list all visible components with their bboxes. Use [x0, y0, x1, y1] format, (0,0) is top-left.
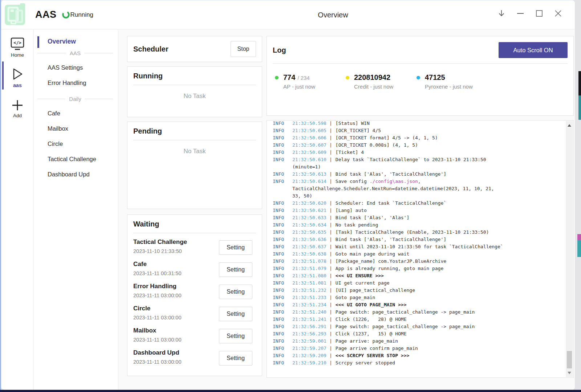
- stat-value: 220810942: [354, 73, 390, 82]
- sidebar-item-aas-settings[interactable]: AAS Settings: [34, 61, 118, 76]
- sidebar-item-mailbox[interactable]: Mailbox: [34, 122, 118, 137]
- log-timestamp: 21:32:51.240: [292, 309, 326, 316]
- stat-pyroxene: 47125Pyroxene - just now: [417, 73, 487, 90]
- auto-scroll-toggle-button[interactable]: Auto Scroll ON: [499, 42, 568, 58]
- nav-item-aas[interactable]: aas: [1, 61, 34, 90]
- arrow-down-icon: [497, 9, 506, 18]
- log-text: [OCR_TICKET 0.008s] (4, 1, 5): [336, 142, 418, 148]
- sidebar-item-cafe[interactable]: Cafe: [34, 106, 118, 122]
- log-text: UI get current page: [336, 280, 390, 286]
- active-indicator: [37, 36, 39, 48]
- log-message: Goto main page during wait: [336, 251, 410, 257]
- log-separator: |: [326, 157, 336, 162]
- task-setting-button-mailbox[interactable]: Setting: [219, 329, 252, 343]
- log-console: INFO21:32:50.598|[Status] WININFO21:32:5…: [267, 120, 574, 378]
- log-line: INFO21:32:50.621|[Lang] auto: [273, 207, 562, 214]
- sidebar-item-overview[interactable]: Overview: [37, 38, 118, 45]
- log-separator: |: [326, 331, 336, 336]
- log-timestamp: 21:32:50.610: [292, 156, 326, 163]
- log-line: INFO21:32:50.607|[OCR_TICKET 0.008s] (4,…: [273, 142, 562, 149]
- stat-caption: Credit - just now: [354, 83, 393, 90]
- log-timestamp: 21:32:56.293: [292, 330, 326, 338]
- stat-value: 47125: [425, 73, 445, 82]
- log-level: INFO: [273, 171, 292, 178]
- scheduler-card: Scheduler Stop: [127, 36, 262, 62]
- log-level: INFO: [273, 301, 292, 309]
- log-message: <<< UI GOTO PAGE_MAIN >>>: [336, 302, 407, 307]
- maximize-button[interactable]: [530, 5, 549, 21]
- divider-line: [37, 99, 65, 99]
- log-separator: |: [326, 215, 336, 220]
- scrollbar-down-button[interactable]: [566, 369, 573, 376]
- stat-ap: 774/ 234AP - just now: [275, 73, 346, 90]
- log-level: INFO: [273, 134, 292, 142]
- log-text: <<< SCRCPY SERVER STOP >>>: [336, 353, 410, 358]
- log-timestamp: 21:32:50.635: [292, 229, 326, 236]
- window-title: Overview: [318, 11, 348, 19]
- log-separator: |: [326, 346, 336, 351]
- log-level: INFO: [273, 120, 292, 127]
- log-timestamp: 21:32:50.634: [292, 221, 326, 229]
- log-timestamp: 21:32:51.081: [292, 279, 326, 287]
- log-line: INFO21:32:51.241|Click (1226, 28) @ HOME: [273, 316, 562, 323]
- log-separator: |: [326, 135, 336, 140]
- log-timestamp: 21:32:50.636: [292, 236, 326, 243]
- sidebar-item-circle[interactable]: Circle: [34, 137, 118, 152]
- log-message: [OCR_TICKET format] 4/5 -> (4, 1, 5): [336, 135, 438, 140]
- hide-to-tray-button[interactable]: [492, 5, 511, 21]
- nav-item-home[interactable]: </> Home: [1, 30, 34, 58]
- minimize-button[interactable]: [511, 5, 530, 21]
- log-level: INFO: [273, 258, 292, 265]
- log-separator: |: [326, 353, 336, 358]
- triangle-up-icon: [568, 124, 571, 127]
- log-scrollbar[interactable]: [566, 121, 573, 377]
- waiting-card: Waiting Tactical Challenge2023-11-10 21:…: [127, 215, 262, 376]
- log-message: Page arrive: page_main: [336, 338, 398, 344]
- sidebar-item-tactical-challenge[interactable]: Tactical Challenge: [34, 152, 118, 167]
- waiting-task-name: Mailbox: [133, 327, 182, 334]
- log-timestamp: 21:32:51.233: [292, 294, 326, 301]
- log-message: Page switch: page_tactical_challenge -> …: [336, 324, 475, 329]
- log-level: INFO: [273, 156, 292, 163]
- log-line: INFO21:32:50.638|Goto main page during w…: [273, 250, 562, 258]
- scheduler-stop-button[interactable]: Stop: [231, 41, 256, 57]
- log-text: Click (1226, 28) @ HOME: [336, 317, 407, 322]
- log-timestamp: 21:32:50.598: [292, 120, 326, 127]
- log-timestamp: 21:32:51.234: [292, 301, 326, 309]
- log-message: Page switch: page_tactical_challenge -> …: [336, 309, 475, 315]
- log-separator: |: [326, 273, 336, 278]
- stat-value-line: 774/ 234: [283, 73, 315, 82]
- task-setting-button-cafe[interactable]: Setting: [219, 262, 252, 277]
- home-code-monitor-icon: </>: [10, 37, 25, 51]
- divider: [133, 140, 256, 140]
- run-status: Running: [62, 11, 93, 19]
- log-timestamp: 21:32:50.605: [292, 127, 326, 134]
- stat-dot: [275, 76, 279, 79]
- sidebar-item-error-handling[interactable]: Error Handling: [34, 76, 118, 91]
- close-button[interactable]: [549, 5, 568, 21]
- task-setting-button-dashboard-upd[interactable]: Setting: [219, 351, 252, 366]
- app-logo-icon: [4, 3, 27, 26]
- task-setting-button-error-handling[interactable]: Setting: [219, 285, 252, 299]
- log-text: [OCR_TICKET format] 4/5 -> (4, 1, 5): [336, 135, 438, 140]
- log-level: INFO: [273, 359, 292, 367]
- log-message: <<< SCRCPY SERVER STOP >>>: [336, 353, 410, 358]
- stat-body: 220810942Credit - just now: [354, 73, 393, 90]
- scrollbar-up-button[interactable]: [566, 122, 573, 129]
- log-separator: |: [326, 302, 336, 307]
- log-line: INFO21:32:50.637|Wait until 2023-11-10 2…: [273, 243, 562, 250]
- log-message: [Task] TacticalChallenge (Enable, 2023-1…: [336, 229, 489, 235]
- sidebar-item-dashboard-upd[interactable]: Dashboard Upd: [34, 167, 118, 183]
- log-text: [Task] TacticalChallenge (Enable, 2023-1…: [336, 229, 489, 235]
- task-setting-button-tactical-challenge[interactable]: Setting: [219, 240, 252, 255]
- waiting-task-row: Mailbox2023-11-11 03:00:00Setting: [133, 325, 256, 347]
- log-line: INFO21:32:50.620|Scheduler: End task `Ta…: [273, 200, 562, 207]
- log-line: INFO21:32:51.081|UI get current page: [273, 279, 562, 287]
- dashboard-stats: 774/ 234AP - just now220810942Credit - j…: [273, 73, 568, 90]
- nav-item-add[interactable]: Add: [1, 93, 34, 118]
- waiting-task-name: Error Handling: [133, 283, 182, 290]
- log-level: INFO: [273, 272, 292, 279]
- task-setting-button-circle[interactable]: Setting: [219, 307, 252, 321]
- log-lines: INFO21:32:50.598|[Status] WININFO21:32:5…: [267, 120, 573, 367]
- scrollbar-thumb[interactable]: [567, 351, 572, 368]
